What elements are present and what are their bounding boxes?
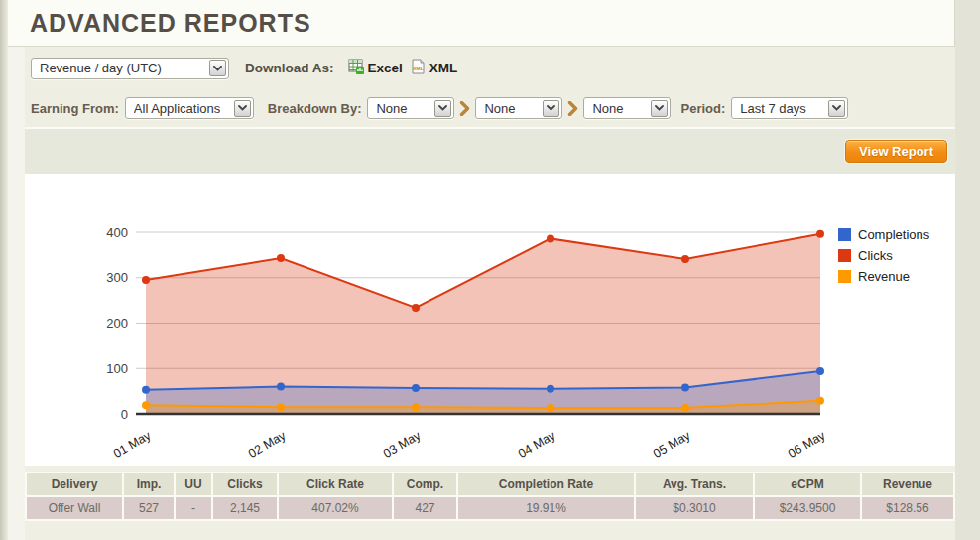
report-table: DeliveryImp.UUClicksClick RateComp.Compl… xyxy=(25,472,955,521)
table-cell: Offer Wall xyxy=(27,497,122,519)
legend-item: Completions xyxy=(838,224,929,245)
legend-label: Completions xyxy=(858,227,929,242)
xml-icon: XML xyxy=(411,59,426,77)
chart-panel: 010020030040001 May02 May03 May04 May05 … xyxy=(25,174,955,466)
report-type-row: Revenue / day (UTC) Download As: Excel xyxy=(25,47,955,89)
svg-text:02 May: 02 May xyxy=(246,428,289,461)
table-header-row: DeliveryImp.UUClicksClick RateComp.Compl… xyxy=(27,473,953,495)
table-cell: 19.91% xyxy=(458,497,634,519)
xml-link-label: XML xyxy=(429,61,458,75)
chevron-down-icon xyxy=(234,100,251,117)
actions-row: View Report xyxy=(25,127,955,174)
period-select[interactable]: Last 7 days xyxy=(731,97,848,119)
chevron-down-icon xyxy=(651,100,668,117)
period-value: Last 7 days xyxy=(740,101,806,116)
table-cell: $128.56 xyxy=(862,497,953,519)
svg-text:0: 0 xyxy=(121,407,128,422)
legend-label: Revenue xyxy=(858,269,910,284)
breakdown-value-3: None xyxy=(592,101,623,116)
excel-icon xyxy=(348,59,364,77)
legend-label: Clicks xyxy=(858,248,893,263)
svg-text:400: 400 xyxy=(106,225,128,240)
svg-text:04 May: 04 May xyxy=(516,428,558,461)
column-header: Imp. xyxy=(124,473,174,495)
column-header: eCPM xyxy=(755,473,860,495)
svg-text:01 May: 01 May xyxy=(111,428,154,461)
svg-text:100: 100 xyxy=(106,361,128,376)
svg-text:05 May: 05 May xyxy=(651,428,693,461)
chevron-down-icon xyxy=(828,100,845,117)
report-table-section: DeliveryImp.UUClicksClick RateComp.Compl… xyxy=(25,466,955,540)
column-header: Revenue xyxy=(862,473,953,495)
breakdown-value-2: None xyxy=(484,101,515,116)
breakdown-select-3[interactable]: None xyxy=(583,97,671,119)
table-cell: 407.02% xyxy=(279,497,392,519)
advanced-reports-page: ADVANCED REPORTS Revenue / day (UTC) Dow… xyxy=(0,0,980,540)
excel-link-label: Excel xyxy=(368,61,403,75)
table-cell: - xyxy=(176,497,211,519)
table-cell: $243.9500 xyxy=(755,497,860,519)
chevron-down-icon xyxy=(543,100,559,117)
report-type-select[interactable]: Revenue / day (UTC) xyxy=(31,58,229,79)
chevron-down-icon xyxy=(434,100,451,117)
legend-swatch xyxy=(838,270,851,283)
column-header: Click Rate xyxy=(279,473,392,495)
svg-text:XML: XML xyxy=(413,66,424,71)
column-header: Completion Rate xyxy=(458,473,634,495)
download-xml-link[interactable]: XML XML xyxy=(411,59,458,77)
earning-from-value: All Applications xyxy=(134,101,220,116)
legend-swatch xyxy=(838,228,851,241)
svg-text:03 May: 03 May xyxy=(381,428,424,461)
chevron-down-icon xyxy=(209,60,226,76)
chart-legend: CompletionsClicksRevenue xyxy=(838,224,929,287)
title-band: ADVANCED REPORTS xyxy=(8,0,954,47)
breakdown-select-1[interactable]: None xyxy=(367,97,454,119)
download-excel-link[interactable]: Excel xyxy=(348,59,403,77)
table-row: Offer Wall527-2,145407.02%42719.91%$0.30… xyxy=(27,497,953,519)
table-cell: 527 xyxy=(124,497,174,519)
area-chart: 010020030040001 May02 May03 May04 May05 … xyxy=(25,174,955,466)
legend-item: Clicks xyxy=(838,245,929,266)
view-report-button[interactable]: View Report xyxy=(845,140,947,163)
breakdown-value-1: None xyxy=(376,101,407,116)
table-cell: 2,145 xyxy=(213,497,277,519)
table-cell: 427 xyxy=(394,497,456,519)
table-cell: $0.3010 xyxy=(636,497,753,519)
download-as-label: Download As: xyxy=(245,61,334,75)
svg-text:200: 200 xyxy=(106,316,128,331)
svg-text:300: 300 xyxy=(106,270,128,285)
breakdown-arrow-icon xyxy=(567,101,578,116)
legend-swatch xyxy=(838,249,851,262)
report-type-value: Revenue / day (UTC) xyxy=(40,61,162,75)
svg-text:06 May: 06 May xyxy=(786,428,828,461)
breakdown-by-label: Breakdown By: xyxy=(268,101,362,116)
legend-item: Revenue xyxy=(838,266,929,287)
column-header: Delivery xyxy=(27,473,122,495)
column-header: Clicks xyxy=(213,473,277,495)
page-title: ADVANCED REPORTS xyxy=(30,9,311,38)
breakdown-select-2[interactable]: None xyxy=(475,97,562,119)
column-header: Avg. Trans. xyxy=(636,473,753,495)
earning-from-label: Earning From: xyxy=(31,101,119,116)
column-header: Comp. xyxy=(394,473,456,495)
filters-row: Earning From: All Applications Breakdown… xyxy=(25,89,955,127)
breakdown-arrow-icon xyxy=(459,101,470,116)
earning-from-select[interactable]: All Applications xyxy=(125,97,254,119)
column-header: UU xyxy=(176,473,211,495)
period-label: Period: xyxy=(680,101,725,116)
left-shadow xyxy=(0,0,8,540)
content-panel: ADVANCED REPORTS Revenue / day (UTC) Dow… xyxy=(8,0,955,540)
